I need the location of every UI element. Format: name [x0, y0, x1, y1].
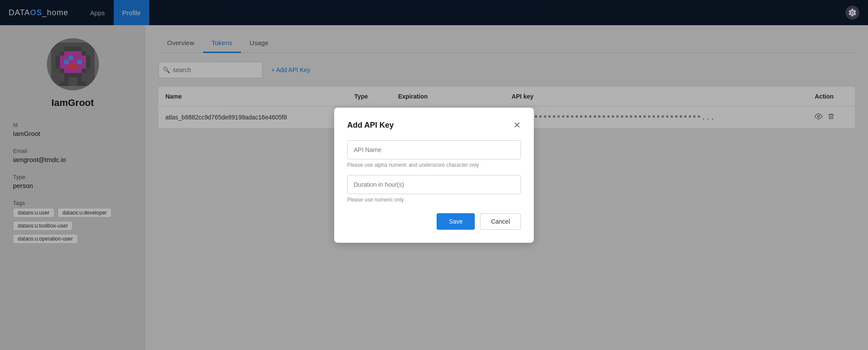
modal-title: Add API Key [347, 121, 394, 130]
api-name-hint: Please use alpha numeric and underscore … [347, 162, 521, 168]
modal-close-button[interactable]: ✕ [513, 121, 521, 129]
api-name-input[interactable] [347, 140, 521, 159]
cancel-button[interactable]: Cancel [480, 213, 521, 230]
save-button[interactable]: Save [437, 213, 475, 230]
duration-input[interactable] [347, 175, 521, 194]
add-api-key-modal: Add API Key ✕ Please use alpha numeric a… [334, 108, 534, 243]
modal-footer: Save Cancel [347, 213, 521, 230]
modal-overlay: Add API Key ✕ Please use alpha numeric a… [0, 0, 868, 350]
modal-header: Add API Key ✕ [347, 121, 521, 130]
duration-hint: Please use numeric only [347, 197, 521, 203]
